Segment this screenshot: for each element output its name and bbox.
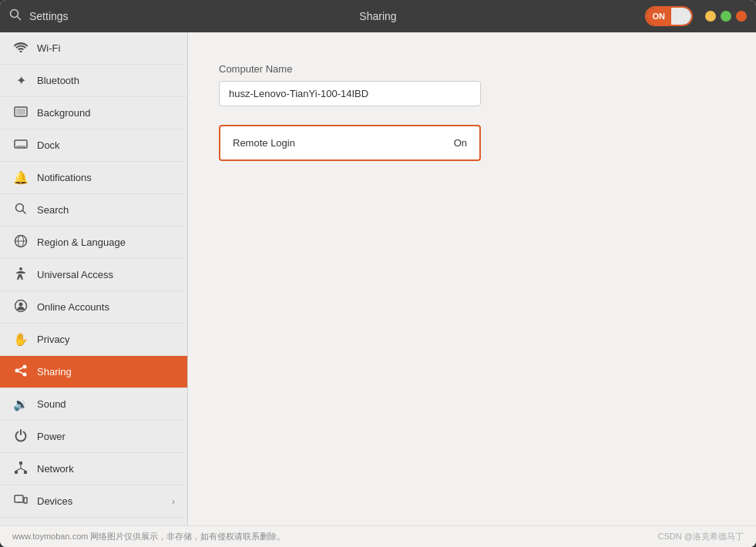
remote-login-label: Remote Login xyxy=(233,137,454,149)
region-icon xyxy=(12,234,29,251)
search-icon[interactable] xyxy=(9,8,22,24)
sidebar-item-sound-label: Sound xyxy=(37,398,175,410)
minimize-button[interactable] xyxy=(705,11,716,22)
titlebar: Settings Sharing ON xyxy=(0,0,756,32)
sidebar-item-bluetooth[interactable]: ✦ Bluetooth xyxy=(0,65,187,97)
footer-left-text: www.toymoban.com 网络图片仅供展示，非存储，如有侵权请联系删除。 xyxy=(12,531,285,542)
svg-line-24 xyxy=(21,468,25,471)
sidebar-item-privacy[interactable]: ✋ Privacy xyxy=(0,324,187,356)
bell-icon: 🔔 xyxy=(12,170,29,185)
sidebar-item-devices[interactable]: Devices › xyxy=(0,485,187,518)
svg-rect-26 xyxy=(24,498,27,503)
sharing-toggle[interactable]: ON xyxy=(645,6,694,26)
sidebar-item-power[interactable]: Power xyxy=(0,421,187,453)
sidebar-item-network[interactable]: Network xyxy=(0,453,187,485)
sidebar-item-sound[interactable]: 🔉 Sound xyxy=(0,388,187,421)
computer-name-label: Computer Name xyxy=(219,63,725,75)
sidebar-item-bluetooth-label: Bluetooth xyxy=(37,75,175,86)
search-sidebar-icon xyxy=(12,203,29,218)
sound-icon: 🔉 xyxy=(12,397,29,411)
sidebar-item-background[interactable]: Background xyxy=(0,97,187,129)
titlebar-controls: ON xyxy=(645,6,748,26)
svg-rect-20 xyxy=(15,471,18,474)
svg-line-7 xyxy=(23,210,26,213)
sidebar-item-dock[interactable]: Dock xyxy=(0,129,187,162)
background-icon xyxy=(12,106,29,120)
window-controls xyxy=(705,11,747,22)
svg-line-18 xyxy=(18,371,22,374)
footer-right-text: CSDN @洛克希德马丁 xyxy=(658,531,744,542)
computer-name-input[interactable] xyxy=(219,81,481,106)
svg-rect-25 xyxy=(15,495,23,502)
svg-line-17 xyxy=(18,367,22,370)
svg-point-15 xyxy=(15,368,19,372)
footer-bar: www.toymoban.com 网络图片仅供展示，非存储，如有侵权请联系删除。… xyxy=(0,525,756,547)
sidebar-item-power-label: Power xyxy=(37,431,175,442)
sidebar-item-universal-access[interactable]: Universal Access xyxy=(0,259,187,291)
sidebar-item-sharing[interactable]: Sharing xyxy=(0,356,187,388)
devices-arrow-icon: › xyxy=(172,496,175,507)
close-button[interactable] xyxy=(736,11,747,22)
remote-login-status: On xyxy=(454,137,467,149)
svg-point-13 xyxy=(19,302,23,306)
sidebar-item-dock-label: Dock xyxy=(37,139,175,151)
sidebar: Wi-Fi ✦ Bluetooth Background xyxy=(0,32,188,525)
sidebar-item-universal-access-label: Universal Access xyxy=(37,269,175,280)
sidebar-item-region-language[interactable]: Region & Language xyxy=(0,227,187,259)
sidebar-item-privacy-label: Privacy xyxy=(37,334,175,345)
wifi-icon xyxy=(12,42,29,55)
sharing-icon xyxy=(12,364,29,381)
sidebar-item-details[interactable]: ℹ Details › xyxy=(0,518,187,525)
svg-rect-3 xyxy=(16,109,25,115)
devices-icon xyxy=(12,493,29,510)
remote-login-row[interactable]: Remote Login On xyxy=(219,125,481,161)
sidebar-item-wifi-label: Wi-Fi xyxy=(37,42,175,54)
sidebar-item-notifications-label: Notifications xyxy=(37,172,175,183)
maximize-button[interactable] xyxy=(721,11,731,22)
sidebar-item-search-label: Search xyxy=(37,204,175,216)
sidebar-item-background-label: Background xyxy=(37,107,175,119)
svg-line-1 xyxy=(18,17,21,20)
sidebar-item-search[interactable]: Search xyxy=(0,194,187,227)
content-area: Wi-Fi ✦ Bluetooth Background xyxy=(0,32,756,525)
sidebar-item-devices-label: Devices xyxy=(37,495,172,507)
svg-point-14 xyxy=(23,364,27,368)
power-icon xyxy=(12,428,29,445)
sidebar-item-network-label: Network xyxy=(37,463,175,475)
svg-rect-19 xyxy=(19,461,22,465)
online-accounts-icon xyxy=(12,299,29,316)
dock-icon xyxy=(12,139,29,153)
sidebar-item-online-accounts[interactable]: Online Accounts xyxy=(0,291,187,324)
toggle-handle xyxy=(671,8,691,25)
toggle-on-label: ON xyxy=(647,8,672,25)
svg-rect-5 xyxy=(16,146,25,147)
svg-point-11 xyxy=(19,267,22,270)
svg-line-23 xyxy=(16,468,21,471)
svg-point-16 xyxy=(23,372,27,376)
sidebar-item-sharing-label: Sharing xyxy=(37,366,175,378)
network-icon xyxy=(12,461,29,478)
panel-title: Sharing xyxy=(359,10,396,22)
sidebar-item-online-accounts-label: Online Accounts xyxy=(37,301,175,313)
accessibility-icon xyxy=(12,267,29,284)
sidebar-item-wifi[interactable]: Wi-Fi xyxy=(0,32,187,65)
app-title: Settings xyxy=(29,10,69,22)
sidebar-item-notifications[interactable]: 🔔 Notifications xyxy=(0,162,187,194)
svg-rect-21 xyxy=(24,471,27,474)
sidebar-item-region-label: Region & Language xyxy=(37,237,175,248)
main-panel: Computer Name Remote Login On xyxy=(188,32,756,525)
app-window: Settings Sharing ON Wi-Fi xyxy=(0,0,756,547)
bluetooth-icon: ✦ xyxy=(12,73,29,88)
privacy-icon: ✋ xyxy=(12,332,29,347)
